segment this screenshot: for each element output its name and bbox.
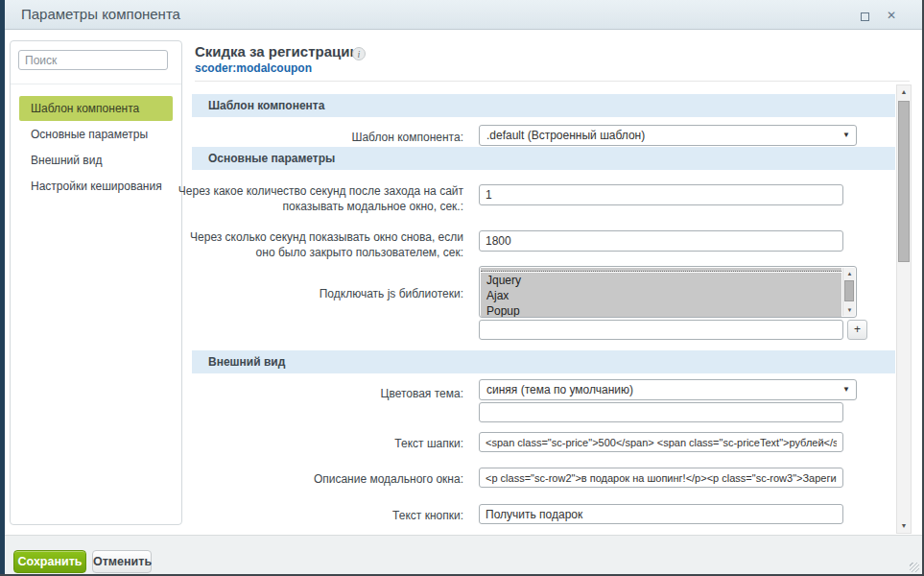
dropdown-arrow-icon: ▼ — [842, 126, 850, 145]
sidebar-item-template[interactable]: Шаблон компонента — [19, 96, 173, 121]
sidebar: Шаблон компонента Основные параметры Вне… — [10, 40, 182, 525]
multiselect-option-popup[interactable]: Popup — [481, 303, 841, 318]
template-select[interactable]: .default (Встроенный шаблон) ▼ — [479, 125, 857, 146]
multiselect-scrollbar-thumb[interactable] — [844, 280, 854, 301]
component-parameters-dialog: Параметры компонента ✕ Шаблон компонента… — [0, 0, 924, 576]
scroll-up-icon[interactable]: ▲ — [897, 85, 911, 99]
window-title: Параметры компонента — [21, 0, 180, 29]
save-button[interactable]: Сохранить — [13, 550, 86, 573]
cancel-button[interactable]: Отменить — [92, 550, 152, 573]
titlebar: Параметры компонента — [5, 0, 922, 30]
main-scrollbar[interactable]: ▲ ▼ — [896, 84, 912, 534]
theme-extra-input[interactable] — [479, 402, 843, 422]
description-label: Описание модального окна: — [171, 471, 463, 487]
sidebar-item-caching[interactable]: Настройки кеширования — [11, 174, 181, 200]
repeat-label: Через сколько секунд показывать окно сно… — [171, 229, 463, 260]
scroll-down-icon[interactable]: ▼ — [897, 519, 911, 533]
js-libraries-label: Подключать js библиотеки: — [171, 286, 463, 301]
page-title: Скидка за регистрацию — [195, 43, 362, 60]
main-scrollbar-thumb[interactable] — [898, 101, 910, 262]
multiselect-scrollbar[interactable]: ▲ ▼ — [842, 268, 855, 316]
sidebar-item-main-params[interactable]: Основные параметры — [11, 122, 181, 148]
search-input[interactable] — [18, 50, 168, 70]
component-name-link[interactable]: scoder:modalcoupon — [195, 61, 312, 75]
header-text-input[interactable] — [479, 432, 843, 452]
multiselect-option-ajax[interactable]: Ajax — [481, 288, 841, 303]
js-libraries-multiselect[interactable]: Jquery Ajax Popup ▲ ▼ — [479, 266, 857, 318]
scroll-down-icon[interactable]: ▼ — [843, 304, 856, 316]
header-text-label: Текст шапки: — [171, 436, 463, 451]
delay-label: Через какое количество секунд после захо… — [171, 183, 463, 214]
template-select-value: .default (Встроенный шаблон) — [486, 129, 645, 142]
theme-select[interactable]: синяя (тема по умолчанию) ▼ — [479, 379, 857, 400]
theme-label: Цветовая тема: — [171, 386, 463, 401]
add-library-input[interactable] — [479, 320, 843, 340]
section-header-appearance: Внешний вид — [192, 350, 895, 373]
sidebar-divider — [11, 84, 181, 84]
description-input[interactable] — [479, 468, 843, 488]
theme-select-value: синяя (тема по умолчанию) — [486, 383, 633, 396]
template-label: Шаблон компонента: — [171, 130, 463, 145]
section-header-main: Основные параметры — [192, 147, 895, 170]
resize-grip-icon[interactable] — [910, 563, 919, 572]
maximize-icon[interactable] — [861, 12, 869, 21]
sidebar-item-appearance[interactable]: Внешний вид — [11, 148, 181, 174]
button-text-input[interactable] — [479, 504, 843, 524]
multiselect-option-jquery[interactable]: Jquery — [481, 273, 841, 288]
add-library-button[interactable]: + — [847, 320, 867, 340]
delay-input[interactable] — [479, 184, 843, 205]
close-icon[interactable]: ✕ — [884, 8, 899, 23]
header-divider — [195, 81, 910, 82]
multiselect-partial-option — [481, 268, 841, 272]
scroll-up-icon[interactable]: ▲ — [843, 268, 856, 279]
button-text-label: Текст кнопки: — [171, 508, 463, 523]
sidebar-menu: Шаблон компонента Основные параметры Вне… — [11, 96, 181, 200]
section-header-template: Шаблон компонента — [192, 94, 895, 117]
info-icon[interactable]: i — [352, 47, 366, 60]
dropdown-arrow-icon: ▼ — [842, 380, 850, 399]
repeat-input[interactable] — [479, 230, 843, 252]
window-left-border — [0, 0, 5, 576]
footer: Сохранить Отменить — [0, 535, 924, 574]
